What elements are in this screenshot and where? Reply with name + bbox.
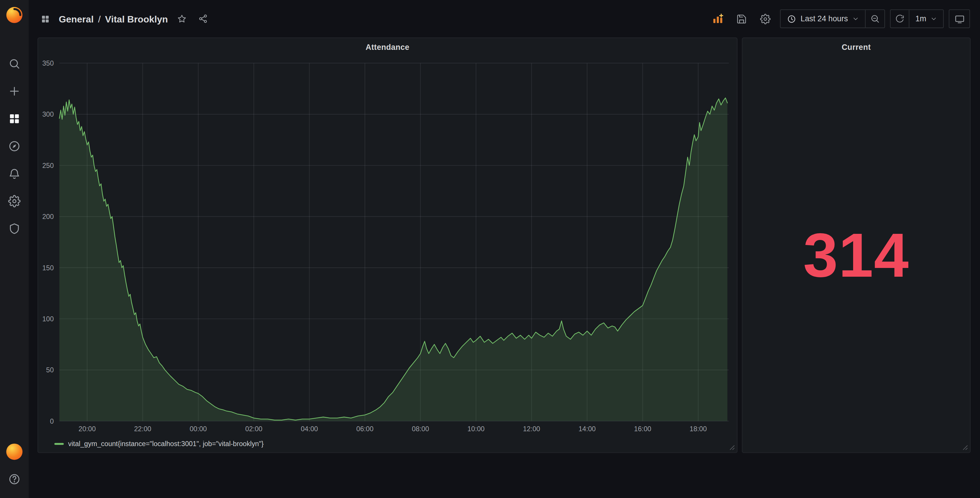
dashboard-settings-button[interactable] [756, 10, 775, 28]
sidebar-item-configuration[interactable] [0, 188, 29, 215]
save-icon [737, 13, 747, 24]
sidebar-item-server-admin[interactable] [0, 215, 29, 242]
grafana-logo[interactable] [0, 0, 29, 30]
search-icon [8, 57, 21, 70]
share-button[interactable] [196, 11, 210, 26]
attendance-chart-svg: 05010015020025030035020:0022:0000:0002:0… [38, 57, 737, 435]
topbar-right: Last 24 hours 1m [709, 10, 970, 28]
dashboard-topbar: General / Vital Brooklyn [29, 0, 980, 38]
svg-text:12:00: 12:00 [523, 425, 540, 433]
legend-series-label[interactable]: vital_gym_count{instance="localhost:3001… [68, 440, 264, 447]
attendance-panel: Attendance 05010015020025030035020:0022:… [38, 38, 738, 453]
cycle-view-mode-button[interactable] [949, 10, 970, 28]
sidebar-item-alerting[interactable] [0, 160, 29, 188]
legend-swatch [54, 442, 64, 444]
svg-text:350: 350 [42, 59, 54, 67]
main-area: General / Vital Brooklyn [29, 0, 980, 498]
refresh-group: 1m [890, 10, 944, 28]
user-avatar-icon [6, 444, 22, 460]
svg-text:14:00: 14:00 [578, 425, 596, 433]
sidebar-item-dashboards[interactable] [0, 105, 29, 132]
svg-text:20:00: 20:00 [78, 425, 95, 433]
current-panel: Current 314 [742, 38, 970, 453]
svg-text:00:00: 00:00 [189, 425, 207, 433]
svg-text:18:00: 18:00 [689, 425, 707, 433]
svg-text:200: 200 [42, 213, 54, 220]
clock-icon [787, 14, 796, 23]
attendance-panel-title[interactable]: Attendance [38, 38, 737, 57]
time-range-label: Last 24 hours [800, 14, 848, 23]
svg-text:0: 0 [50, 417, 54, 425]
time-picker-group: Last 24 hours [780, 10, 885, 28]
compass-icon [8, 140, 21, 153]
svg-text:06:00: 06:00 [356, 425, 374, 433]
svg-text:300: 300 [42, 110, 54, 118]
svg-text:250: 250 [42, 162, 54, 169]
sidebar-item-profile[interactable] [0, 438, 29, 465]
help-icon [8, 473, 21, 485]
svg-text:10:00: 10:00 [468, 425, 485, 433]
chevron-down-icon [931, 16, 937, 22]
refresh-icon [895, 14, 904, 23]
save-dashboard-button[interactable] [732, 10, 751, 28]
plus-icon [8, 85, 21, 97]
add-panel-icon [712, 13, 724, 25]
svg-text:02:00: 02:00 [245, 425, 262, 433]
favorite-star-button[interactable] [174, 11, 189, 26]
sidebar [0, 0, 29, 498]
panel-resize-handle[interactable] [729, 445, 735, 450]
dashboard-grid-icon [38, 11, 52, 26]
share-icon [198, 14, 208, 24]
breadcrumb-title[interactable]: Vital Brooklyn [105, 13, 168, 24]
svg-text:04:00: 04:00 [301, 425, 318, 433]
breadcrumb-separator: / [98, 13, 100, 24]
sidebar-item-help[interactable] [0, 465, 29, 493]
dashboard-grid: Attendance 05010015020025030035020:0022:… [29, 38, 980, 453]
sidebar-bottom [0, 438, 29, 498]
grafana-app: General / Vital Brooklyn [0, 0, 980, 498]
zoom-out-button[interactable] [865, 10, 884, 27]
monitor-icon [954, 13, 964, 24]
shield-icon [8, 223, 21, 235]
stat-value: 314 [803, 223, 909, 286]
sidebar-item-create[interactable] [0, 78, 29, 105]
refresh-interval-label: 1m [915, 14, 926, 23]
chart-legend: vital_gym_count{instance="localhost:3001… [38, 435, 737, 452]
sidebar-item-explore[interactable] [0, 132, 29, 160]
grafana-logo-icon [5, 6, 24, 24]
breadcrumb[interactable]: General / Vital Brooklyn [59, 13, 168, 24]
svg-text:22:00: 22:00 [134, 425, 151, 433]
svg-text:100: 100 [42, 315, 54, 323]
panel-resize-handle[interactable] [963, 445, 968, 450]
svg-text:50: 50 [46, 366, 54, 374]
current-panel-title[interactable]: Current [743, 38, 970, 57]
dashboards-icon [8, 113, 21, 125]
refresh-interval-button[interactable]: 1m [908, 10, 943, 27]
svg-text:08:00: 08:00 [412, 425, 429, 433]
bell-icon [8, 167, 21, 180]
breadcrumb-folder[interactable]: General [59, 13, 94, 24]
time-range-button[interactable]: Last 24 hours [781, 10, 865, 27]
chevron-down-icon [852, 16, 858, 22]
gear-icon [760, 13, 771, 24]
sidebar-nav [0, 50, 29, 242]
zoom-out-icon [870, 14, 880, 24]
topbar-left: General / Vital Brooklyn [38, 11, 211, 26]
attendance-chart[interactable]: 05010015020025030035020:0022:0000:0002:0… [38, 57, 737, 435]
add-panel-button[interactable] [709, 10, 727, 28]
svg-text:150: 150 [42, 264, 54, 272]
refresh-button[interactable] [891, 10, 908, 27]
gear-icon [8, 195, 21, 208]
star-icon [177, 14, 187, 24]
sidebar-item-search[interactable] [0, 50, 29, 77]
svg-text:16:00: 16:00 [634, 425, 651, 433]
stat-body: 314 [743, 57, 970, 452]
